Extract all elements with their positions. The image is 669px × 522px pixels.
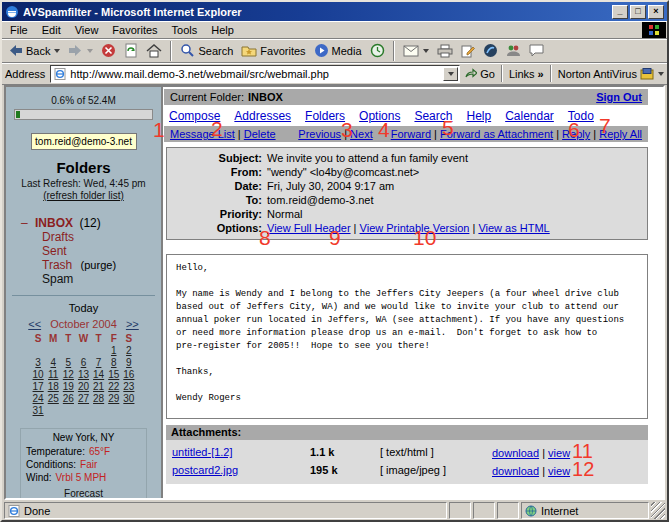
print-button[interactable] [433,42,457,60]
calendar-prev-month-link[interactable]: << [28,318,41,330]
calendar-day-12[interactable]: 12 [63,369,74,380]
calendar-day-26[interactable]: 26 [63,393,74,404]
nav-link-folders[interactable]: Folders [305,109,345,123]
folder-drafts[interactable]: Drafts [42,230,161,244]
calendar-next-month-link[interactable]: >> [126,318,139,330]
calendar-day-13[interactable]: 13 [78,369,89,380]
forward-button[interactable] [64,42,97,59]
nav-link-todo[interactable]: Todo [568,109,594,123]
nav-link-search[interactable]: Search [414,109,452,123]
action-previous[interactable]: Previous [298,128,341,140]
sign-out-link[interactable]: Sign Out [596,91,642,103]
calendar-day-14[interactable]: 14 [93,369,104,380]
mail-dropdown-icon[interactable] [423,49,429,53]
calendar-day-10[interactable]: 10 [33,369,44,380]
favorites-button[interactable]: Favorites [237,42,309,59]
calendar-day-18[interactable]: 18 [48,381,59,392]
calendar-day-22[interactable]: 22 [108,381,119,392]
nav-link-help[interactable]: Help [466,109,491,123]
folder-sent[interactable]: Sent [42,244,161,258]
action-forward-as-attachment[interactable]: Forward as Attachment [440,128,553,140]
menu-item-edit[interactable]: Edit [35,22,68,38]
action-forward[interactable]: Forward [391,128,431,140]
forecast-link[interactable]: Forecast [26,488,141,498]
mail-button[interactable] [399,43,433,59]
calendar-day-27[interactable]: 27 [78,393,89,404]
action-reply[interactable]: Reply [562,128,590,140]
folder-spam[interactable]: Spam [42,272,161,286]
realplayer-button[interactable] [479,41,502,60]
calendar-day-9[interactable]: 9 [126,357,132,368]
edit-button[interactable] [457,42,479,60]
calendar-day-2[interactable]: 2 [126,345,132,356]
attachment-view-link[interactable]: view [548,465,570,477]
minimize-button[interactable]: _ [612,5,628,19]
go-button[interactable]: Go [465,68,495,80]
forward-dropdown-icon[interactable] [87,49,93,53]
calendar-day-31[interactable]: 31 [33,405,44,416]
refresh-button[interactable] [120,41,142,60]
folder-trash[interactable]: Trash [42,258,72,272]
norton-antivirus-button[interactable]: Norton AntiVirus [558,68,664,80]
menu-item-tools[interactable]: Tools [165,22,205,38]
nav-link-addresses[interactable]: Addresses [234,109,291,123]
search-button[interactable]: Search [176,41,237,60]
calendar-day-19[interactable]: 19 [63,381,74,392]
action-delete[interactable]: Delete [244,128,276,140]
option-view-as-html[interactable]: View as HTML [478,222,549,234]
nav-link-calendar[interactable]: Calendar [505,109,554,123]
calendar-day-29[interactable]: 29 [108,393,119,404]
calendar-day-28[interactable]: 28 [93,393,104,404]
purge-link[interactable]: (purge) [81,259,116,271]
calendar-day-7[interactable]: 7 [96,357,102,368]
nav-link-compose[interactable]: Compose [169,109,220,123]
back-dropdown-icon[interactable] [54,49,60,53]
calendar-day-6[interactable]: 6 [81,357,87,368]
back-button[interactable]: Back [4,42,64,59]
attachment-view-link[interactable]: view [548,447,570,459]
calendar-day-16[interactable]: 16 [123,369,134,380]
option-view-printable-version[interactable]: View Printable Version [360,222,470,234]
links-button[interactable]: Links » [509,68,544,80]
menu-item-favorites[interactable]: Favorites [105,22,164,38]
close-button[interactable]: × [648,5,664,19]
address-input[interactable]: http://www.mail.demo-3.net/webmail/src/w… [50,65,460,83]
calendar-day-23[interactable]: 23 [123,381,134,392]
calendar-day-3[interactable]: 3 [35,357,41,368]
action-reply-all[interactable]: Reply All [599,128,642,140]
calendar-day-30[interactable]: 30 [123,393,134,404]
attachment-download-link[interactable]: download [492,447,539,459]
calendar-day-21[interactable]: 21 [93,381,104,392]
calendar-day-24[interactable]: 24 [33,393,44,404]
media-button[interactable]: Media [310,41,366,60]
calendar-day-4[interactable]: 4 [50,357,56,368]
history-button[interactable] [366,41,389,60]
calendar-day-1[interactable]: 1 [111,345,117,356]
calendar-day-5[interactable]: 5 [66,357,72,368]
home-button[interactable] [142,42,166,60]
messenger-button[interactable] [502,42,525,59]
attachment-name-link[interactable]: postcard2.jpg [172,464,310,476]
nav-link-options[interactable]: Options [359,109,400,123]
calendar-today-link[interactable]: Today [6,302,161,314]
action-message-list[interactable]: Message List [170,128,235,140]
calendar-day-11[interactable]: 11 [48,369,58,380]
menu-item-help[interactable]: Help [204,22,241,38]
calendar-day-20[interactable]: 20 [78,381,89,392]
resize-grip[interactable] [651,502,665,519]
maximize-button[interactable]: □ [630,5,646,19]
calendar-day-17[interactable]: 17 [33,381,44,392]
calendar-day-15[interactable]: 15 [108,369,119,380]
action-next[interactable]: Next [350,128,373,140]
norton-dropdown-icon[interactable] [658,72,664,76]
address-url[interactable]: http://www.mail.demo-3.net/webmail/src/w… [70,68,439,80]
attachment-name-link[interactable]: untitled-[1.2] [172,446,310,458]
menu-item-file[interactable]: File [3,22,35,38]
discuss-button[interactable] [525,42,548,59]
address-dropdown-icon[interactable] [443,67,458,81]
refresh-folder-list-link[interactable]: (refresh folder list) [6,190,161,201]
attachment-download-link[interactable]: download [492,465,539,477]
calendar-day-25[interactable]: 25 [48,393,59,404]
calendar-day-8[interactable]: 8 [111,357,117,368]
menu-item-view[interactable]: View [68,22,106,38]
